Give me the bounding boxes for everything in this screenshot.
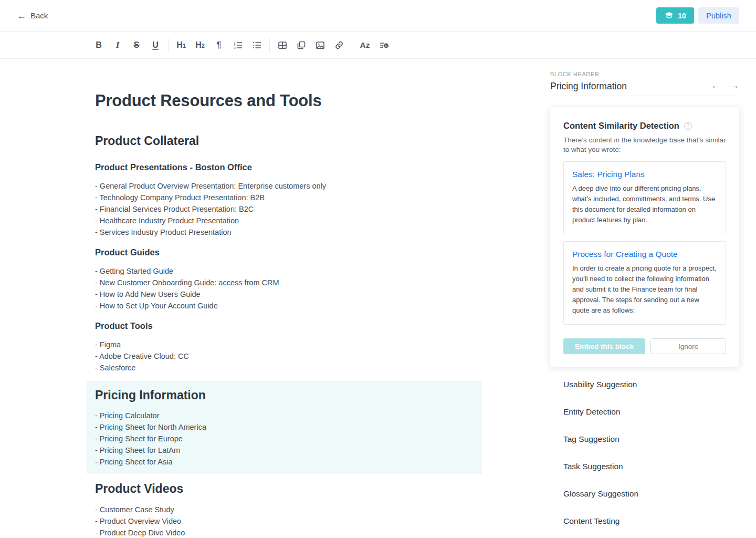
list-item[interactable]: - Pricing Sheet for LatAm	[95, 444, 474, 456]
credits-button[interactable]: 10	[656, 7, 694, 24]
graduation-cap-icon	[664, 11, 674, 20]
strikethrough-icon: S	[134, 40, 140, 50]
list-item[interactable]: - Healthcare Industry Product Presentati…	[95, 215, 482, 226]
block-header-label: BLOCK HEADER	[550, 70, 627, 78]
heading2-button[interactable]: H2	[191, 36, 209, 55]
document-title[interactable]: Product Resources and Tools	[87, 91, 482, 111]
help-icon[interactable]: ?	[684, 122, 692, 130]
list-item[interactable]: - Adobe Creative Cloud: CC	[95, 350, 482, 362]
text-list: - Customer Case Study - Product Overview…	[87, 504, 482, 538]
text-list: - General Product Overview Presentation:…	[87, 180, 482, 238]
svg-text:3: 3	[234, 46, 236, 49]
paragraph-icon: ¶	[216, 40, 221, 50]
embed-block-button[interactable]: Embed this block	[563, 338, 645, 354]
panel-divider	[550, 96, 739, 96]
block-navigation: ← →	[711, 80, 739, 92]
document-editor[interactable]: Product Resources and Tools Product Coll…	[87, 59, 482, 538]
bold-button[interactable]: B	[89, 36, 108, 55]
back-label: Back	[30, 11, 48, 20]
panel-tools-list: Usability Suggestion Entity Detection Ta…	[550, 371, 739, 535]
spellcheck-icon: Az	[360, 40, 370, 50]
duplicate-icon	[296, 40, 307, 50]
panel-tool-task-suggestion[interactable]: Task Suggestion	[563, 453, 739, 480]
back-button[interactable]: ← Back	[17, 11, 48, 20]
list-item[interactable]: - Product Deep Dive Video	[95, 527, 482, 538]
similar-doc-link[interactable]: Process for Creating a Quote	[572, 249, 717, 260]
ordered-list-button[interactable]: 123	[228, 36, 247, 55]
list-item[interactable]: - How to Set Up Your Account Guide	[95, 300, 482, 312]
text-list: - Pricing Calculator - Pricing Sheet for…	[95, 410, 474, 468]
list-item[interactable]: - Services Industry Product Presentation	[95, 226, 482, 238]
toolbar-separator	[352, 38, 352, 52]
next-block-arrow-icon[interactable]: →	[729, 80, 739, 91]
selected-block-pricing-information[interactable]: Pricing Information - Pricing Calculator…	[87, 381, 482, 474]
list-item[interactable]: - Product Overview Video	[95, 515, 482, 527]
block-header-title: Pricing Information	[550, 80, 627, 92]
topbar-actions: 10 Publish	[656, 7, 739, 24]
image-button[interactable]	[311, 36, 330, 55]
table-icon	[277, 40, 288, 50]
similar-doc-description: A deep dive into our different pricing p…	[572, 183, 717, 225]
similar-doc-description: In order to create a pricing quote for a…	[572, 263, 717, 316]
heading-2-icon: H2	[195, 40, 205, 50]
list-item[interactable]: - New Customer Onboarding Guide: access …	[95, 277, 482, 288]
card-title: Content Similarity Detection	[563, 120, 679, 131]
section-heading-product-collateral[interactable]: Product Collateral	[87, 133, 482, 149]
list-item[interactable]: - How to Add New Users Guide	[95, 288, 482, 300]
card-subtitle: There’s content in the knowledge base th…	[563, 136, 726, 154]
list-item[interactable]: - Figma	[95, 339, 482, 350]
back-arrow-icon: ←	[17, 11, 26, 20]
bullet-list-icon	[251, 40, 262, 50]
formatting-toolbar: B I S U H1 H2 ¶ 123 Az	[0, 31, 756, 59]
table-button[interactable]	[273, 36, 292, 55]
text-list: - Getting Started Guide - New Customer O…	[87, 265, 482, 312]
list-item[interactable]: - Technology Company Product Presentatio…	[95, 192, 482, 203]
subsection-heading[interactable]: Product Presentations - Boston Office	[87, 161, 482, 173]
section-heading-pricing-information[interactable]: Pricing Information	[95, 387, 474, 403]
readability-button[interactable]	[374, 36, 393, 55]
panel-tool-content-testing[interactable]: Content Testing	[563, 508, 739, 535]
bullet-list-button[interactable]	[247, 36, 266, 55]
list-item[interactable]: - General Product Overview Presentation:…	[95, 180, 482, 192]
ordered-list-icon: 123	[233, 40, 243, 50]
panel-tool-glossary-suggestion[interactable]: Glossary Suggestion	[563, 480, 739, 508]
content-similarity-card: Content Similarity Detection ? There’s c…	[550, 107, 739, 367]
block-inspector-panel: BLOCK HEADER Pricing Information ← → Con…	[533, 59, 756, 535]
previous-block-arrow-icon[interactable]: ←	[711, 80, 721, 91]
list-item[interactable]: - Salesforce	[95, 362, 482, 374]
underline-button[interactable]: U	[146, 36, 165, 55]
list-item[interactable]: - Getting Started Guide	[95, 265, 482, 277]
block-header: BLOCK HEADER Pricing Information ← →	[550, 70, 739, 92]
strikethrough-button[interactable]: S	[127, 36, 146, 55]
publish-button[interactable]: Publish	[698, 7, 739, 24]
similar-doc-card[interactable]: Process for Creating a Quote In order to…	[563, 241, 726, 325]
paragraph-button[interactable]: ¶	[209, 36, 228, 55]
duplicate-button[interactable]	[292, 36, 311, 55]
list-item[interactable]: - Pricing Calculator	[95, 410, 474, 421]
list-item[interactable]: - Pricing Sheet for Asia	[95, 456, 474, 468]
heading1-button[interactable]: H1	[172, 36, 191, 55]
list-item[interactable]: - Pricing Sheet for North America	[95, 421, 474, 433]
list-item[interactable]: - Financial Services Product Presentatio…	[95, 203, 482, 215]
ignore-button[interactable]: Ignore	[650, 338, 726, 354]
credits-count: 10	[678, 12, 686, 20]
italic-button[interactable]: I	[108, 36, 127, 55]
panel-tool-usability-suggestion[interactable]: Usability Suggestion	[563, 371, 739, 398]
underline-icon: U	[152, 40, 159, 50]
readability-icon	[379, 40, 390, 50]
panel-tool-tag-suggestion[interactable]: Tag Suggestion	[563, 426, 739, 453]
subsection-heading[interactable]: Product Guides	[87, 246, 482, 258]
section-heading-product-videos[interactable]: Product Videos	[87, 481, 482, 496]
similar-doc-card[interactable]: Sales: Pricing Plans A deep dive into ou…	[563, 161, 726, 234]
panel-tool-entity-detection[interactable]: Entity Detection	[563, 398, 739, 426]
card-actions: Embed this block Ignore	[563, 338, 726, 354]
list-item[interactable]: - Customer Case Study	[95, 504, 482, 515]
similar-doc-link[interactable]: Sales: Pricing Plans	[572, 169, 717, 180]
toolbar-separator	[168, 38, 169, 52]
link-button[interactable]	[330, 36, 349, 55]
list-item[interactable]: - Pricing Sheet for Europe	[95, 433, 474, 444]
subsection-heading[interactable]: Product Tools	[87, 320, 482, 332]
spellcheck-button[interactable]: Az	[355, 36, 374, 55]
text-list: - Figma - Adobe Creative Cloud: CC - Sal…	[87, 339, 482, 374]
toolbar-separator	[269, 38, 270, 52]
